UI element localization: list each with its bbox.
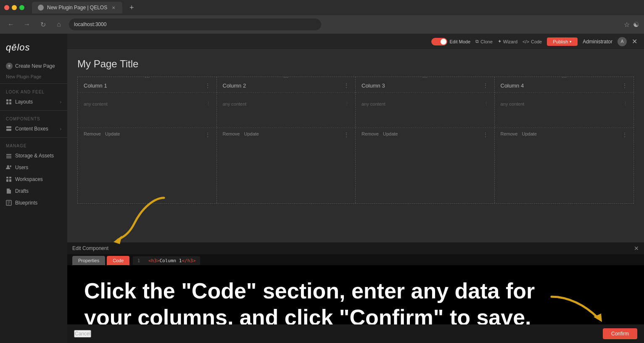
sidebar-item-users[interactable]: Users (0, 162, 67, 173)
back-btn[interactable]: ← (5, 19, 17, 30)
storage-label: Storage & Assets (15, 153, 61, 159)
col-4-remove-btn[interactable]: Remove (501, 131, 518, 138)
publish-chevron: ▾ (570, 40, 572, 44)
code-label: Code (531, 39, 542, 44)
drafts-label: Drafts (15, 188, 61, 194)
cancel-btn[interactable]: Cancel (74, 330, 91, 338)
sidebar-item-workspaces[interactable]: Workspaces (0, 173, 67, 185)
col-4-actions-dots[interactable]: ⋮ (622, 131, 628, 138)
line-number: 1 (137, 258, 140, 263)
grid-col-1: Column 1 ⋮ any content ⋮ Remove Update ⋮ (78, 77, 217, 203)
grid-col-4: Column 4 ⋮ any content ⋮ Remove Update ⋮ (495, 77, 634, 203)
ec-tab-properties[interactable]: Properties (72, 256, 105, 265)
code-btn[interactable]: </> Code (523, 39, 542, 44)
col-2-drag-top[interactable]: ⋯ (283, 74, 288, 80)
sidebar-item-drafts[interactable]: Drafts (0, 185, 67, 197)
col-1-placeholder: any content ⋮ (84, 101, 211, 106)
home-btn[interactable]: ⌂ (53, 19, 65, 30)
top-bar-right: Edit Mode ⧉ Clone ✦ Wizard </> Code Publ… (431, 37, 637, 46)
content-boxes-icon (6, 126, 12, 132)
col-2-actions: Remove Update ⋮ (217, 128, 356, 141)
svg-rect-4 (6, 126, 11, 128)
edit-component-overlay: Edit Component ✕ Properties Code 1 <h3>C… (67, 242, 644, 343)
code-preview-snippet: 1 <h3>Column 1</h3> (133, 256, 200, 265)
col-4-update-btn[interactable]: Update (522, 131, 536, 138)
traffic-light-green[interactable] (19, 5, 24, 10)
traffic-light-red[interactable] (4, 5, 9, 10)
col-1-remove-btn[interactable]: Remove (84, 131, 101, 138)
workspaces-icon (6, 176, 12, 182)
edit-component-close-btn[interactable]: ✕ (634, 245, 639, 252)
wizard-label: Wizard (503, 39, 517, 44)
svg-rect-3 (9, 102, 11, 104)
sidebar-item-storage[interactable]: Storage & Assets (0, 150, 67, 162)
col-3-content-dots[interactable]: ⋮ (484, 101, 488, 106)
col-4-title: Column 4 (501, 82, 524, 89)
col-3-menu[interactable]: ⋮ (483, 82, 488, 89)
divider-2 (0, 110, 67, 111)
page-content: My Page Title Column 1 ⋮ any content ⋮ (67, 50, 644, 212)
sidebar-item-blueprints[interactable]: Blueprints (0, 197, 67, 209)
address-bar[interactable]: localhost:3000 (69, 19, 321, 30)
new-tab-btn[interactable]: + (126, 2, 137, 13)
svg-rect-10 (6, 179, 8, 182)
code-icon: </> (523, 39, 529, 44)
grid-col-2: Column 2 ⋮ any content ⋮ Remove Update ⋮ (217, 77, 356, 203)
col-2-update-btn[interactable]: Update (244, 131, 259, 138)
content-area: Edit Mode ⧉ Clone ✦ Wizard </> Code Publ… (67, 34, 644, 343)
column-grid: Column 1 ⋮ any content ⋮ Remove Update ⋮ (77, 77, 634, 204)
forward-btn[interactable]: → (21, 19, 33, 30)
confirm-btn[interactable]: Confirm (603, 328, 637, 339)
col-2-menu[interactable]: ⋮ (343, 82, 349, 89)
svg-rect-8 (6, 177, 8, 178)
col-4-drag-top[interactable]: ⋯ (562, 74, 567, 80)
clone-btn[interactable]: ⧉ Clone (475, 39, 493, 44)
col-1-content-dots[interactable]: ⋮ (206, 101, 211, 106)
col-1-update-btn[interactable]: Update (105, 131, 120, 138)
col-1-drag-top[interactable]: ⋯ (145, 74, 150, 80)
create-btn-label: Create New Page (15, 63, 55, 69)
col-2-actions-dots[interactable]: ⋮ (343, 131, 349, 138)
toggle-switch[interactable] (431, 38, 447, 45)
col-2-content-dots[interactable]: ⋮ (345, 101, 349, 106)
col-4-content-dots[interactable]: ⋮ (623, 101, 628, 106)
col-3-remove-btn[interactable]: Remove (362, 131, 379, 138)
sidebar-item-layouts[interactable]: Layouts › (0, 96, 67, 108)
sidebar-logo: qēlos (0, 38, 67, 60)
traffic-light-yellow[interactable] (12, 5, 17, 10)
ec-tab-code[interactable]: Code (107, 256, 129, 265)
create-new-page-btn[interactable]: + Create New Page (0, 60, 67, 72)
col-1-menu[interactable]: ⋮ (205, 82, 211, 89)
publish-btn[interactable]: Publish ▾ (547, 37, 578, 46)
svg-rect-0 (6, 99, 8, 101)
components-section: COMPONENTS (0, 113, 67, 123)
layouts-icon (6, 99, 12, 105)
toggle-knob (441, 39, 446, 45)
tab-close-btn[interactable]: ✕ (111, 5, 116, 11)
ec-tabs-row: Properties Code 1 <h3>Column 1</h3> (67, 254, 644, 265)
storage-icon (6, 153, 12, 159)
col-1-actions-dots[interactable]: ⋮ (205, 131, 211, 138)
col-3-update-btn[interactable]: Update (383, 131, 398, 138)
col-2-title: Column 2 (223, 82, 246, 89)
edit-mode-toggle[interactable]: Edit Mode (431, 38, 471, 45)
col-2-remove-btn[interactable]: Remove (223, 131, 240, 138)
code-text: Column 1 (159, 258, 182, 263)
extensions-icon[interactable]: ☯ (633, 21, 639, 29)
top-bar: Edit Mode ⧉ Clone ✦ Wizard </> Code Publ… (67, 34, 644, 50)
sidebar-item-content-boxes[interactable]: Content Boxes › (0, 123, 67, 135)
col-4-menu[interactable]: ⋮ (622, 82, 628, 89)
browser-tab-active[interactable]: New Plugin Page | QELOS ✕ (32, 2, 122, 13)
settings-icon[interactable]: ✕ (632, 37, 637, 45)
admin-avatar[interactable]: A (618, 37, 627, 46)
instruction-text: Click the "Code" section, enter any data… (84, 278, 546, 330)
page-title: My Page Title (77, 58, 634, 70)
layouts-label: Layouts (15, 99, 57, 105)
reload-btn[interactable]: ↻ (37, 19, 49, 30)
blueprints-icon (6, 200, 12, 206)
bookmark-icon[interactable]: ☆ (624, 21, 630, 29)
col-3-actions-dots[interactable]: ⋮ (483, 131, 488, 138)
col-3-drag-top[interactable]: ⋯ (422, 74, 428, 80)
layouts-arrow: › (60, 100, 61, 104)
wizard-btn[interactable]: ✦ Wizard (498, 39, 517, 44)
